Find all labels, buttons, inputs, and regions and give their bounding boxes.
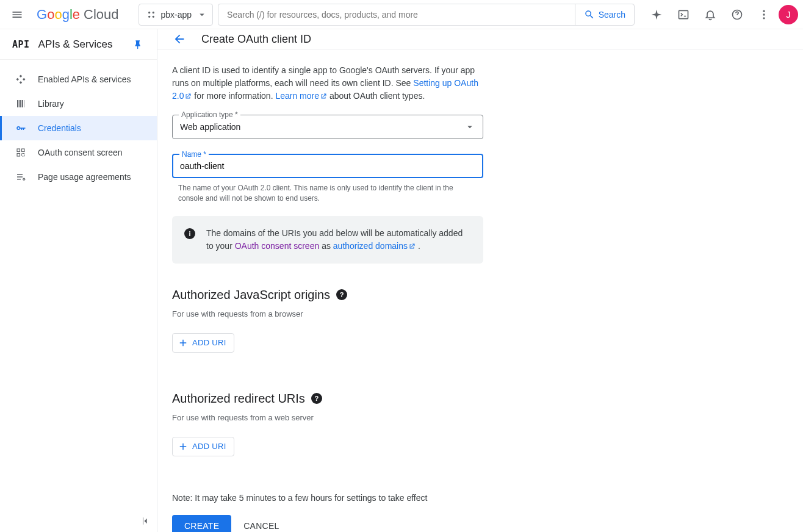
chevron-down-icon bbox=[464, 121, 475, 132]
add-redirect-uri-button[interactable]: ADD URI bbox=[172, 437, 234, 456]
help-tooltip-button[interactable]: ? bbox=[311, 393, 322, 404]
plus-icon bbox=[178, 441, 189, 452]
field-value: Web application bbox=[180, 122, 464, 132]
cancel-button[interactable]: CANCEL bbox=[243, 521, 279, 531]
section-js-origins-head: Authorized JavaScript origins ? bbox=[172, 288, 655, 302]
search-icon bbox=[584, 9, 595, 20]
pin-button[interactable] bbox=[129, 35, 148, 54]
topbar-right: J bbox=[644, 2, 798, 27]
link-oauth-consent-screen[interactable]: OAuth consent screen bbox=[235, 241, 320, 251]
consent-icon bbox=[15, 147, 26, 158]
main: Create OAuth client ID A client ID is us… bbox=[157, 29, 803, 532]
name-input[interactable] bbox=[180, 161, 475, 171]
svg-point-14 bbox=[23, 178, 25, 180]
project-icon bbox=[146, 10, 156, 20]
avatar[interactable]: J bbox=[779, 5, 798, 24]
svg-point-3 bbox=[152, 15, 154, 17]
sidebar-item-label: Page usage agreements bbox=[38, 172, 131, 182]
search-box: Search bbox=[218, 4, 635, 26]
help-button[interactable] bbox=[725, 2, 749, 27]
external-link-icon bbox=[408, 243, 416, 250]
create-button[interactable]: CREATE bbox=[172, 515, 231, 532]
add-js-origin-button[interactable]: ADD URI bbox=[172, 333, 234, 353]
info-icon: i bbox=[184, 228, 195, 239]
key-icon bbox=[15, 123, 26, 134]
section-title: Authorized redirect URIs bbox=[172, 392, 305, 406]
svg-point-6 bbox=[763, 10, 765, 12]
application-type-select[interactable]: Application type * Web application bbox=[172, 115, 483, 139]
info-box: i The domains of the URIs you add below … bbox=[172, 216, 483, 264]
api-chip: API bbox=[12, 39, 30, 50]
sidebar-item-page-usage[interactable]: Page usage agreements bbox=[0, 165, 157, 189]
external-link-icon bbox=[184, 93, 192, 100]
section-title: Authorized JavaScript origins bbox=[172, 288, 330, 302]
chevron-down-icon bbox=[196, 9, 207, 20]
link-authorized-domains[interactable]: authorized domains bbox=[333, 241, 416, 251]
arrow-back-icon bbox=[173, 32, 186, 46]
help-icon bbox=[731, 9, 743, 21]
notifications-button[interactable] bbox=[698, 2, 722, 27]
sidebar-title: APIs & Services bbox=[38, 38, 120, 51]
collapse-sidebar-button[interactable] bbox=[140, 515, 152, 527]
bell-icon bbox=[704, 9, 716, 21]
sidebar-header: API APIs & Services bbox=[0, 29, 157, 60]
help-tooltip-button[interactable]: ? bbox=[336, 289, 347, 300]
search-input[interactable] bbox=[218, 4, 575, 25]
svg-point-0 bbox=[148, 12, 150, 13]
sidebar-item-label: Credentials bbox=[38, 123, 81, 133]
intro-text: A client ID is used to identify a single… bbox=[172, 64, 489, 102]
project-name: pbx-app bbox=[161, 10, 192, 20]
sidebar-item-label: Enabled APIs & services bbox=[38, 74, 131, 84]
svg-rect-10 bbox=[17, 149, 20, 152]
link-learn-more[interactable]: Learn more bbox=[275, 91, 327, 101]
section-subtitle: For use with requests from a web server bbox=[172, 413, 655, 422]
sidebar-item-oauth-consent[interactable]: OAuth consent screen bbox=[0, 140, 157, 165]
section-subtitle: For use with requests from a browser bbox=[172, 309, 655, 318]
search-button[interactable]: Search bbox=[575, 4, 634, 25]
svg-rect-12 bbox=[17, 154, 20, 157]
cloud-shell-button[interactable] bbox=[671, 2, 696, 27]
svg-point-1 bbox=[152, 12, 154, 13]
more-button[interactable] bbox=[752, 2, 776, 27]
field-label: Application type * bbox=[179, 110, 240, 119]
hamburger-menu-button[interactable] bbox=[5, 2, 29, 27]
terminal-icon bbox=[677, 9, 690, 21]
google-cloud-logo[interactable]: Google Cloud bbox=[37, 7, 119, 23]
section-redirect-head: Authorized redirect URIs ? bbox=[172, 392, 655, 406]
chevron-left-icon bbox=[140, 515, 152, 527]
main-header: Create OAuth client ID bbox=[157, 29, 803, 49]
svg-point-2 bbox=[148, 15, 150, 17]
gemini-button[interactable] bbox=[644, 2, 669, 27]
svg-rect-11 bbox=[22, 149, 25, 152]
project-picker[interactable]: pbx-app bbox=[139, 4, 214, 26]
sidebar-item-credentials[interactable]: Credentials bbox=[0, 116, 157, 140]
svg-point-7 bbox=[763, 13, 765, 15]
topbar: Google Cloud pbx-app Search J bbox=[0, 0, 803, 29]
sidebar-item-label: OAuth consent screen bbox=[38, 148, 123, 157]
svg-rect-4 bbox=[679, 10, 688, 18]
sparkle-icon bbox=[650, 9, 663, 21]
form-actions: CREATE CANCEL bbox=[172, 515, 655, 532]
name-field-wrapper: Name * bbox=[172, 154, 483, 178]
pin-icon bbox=[134, 40, 143, 49]
hamburger-icon bbox=[11, 9, 23, 21]
library-icon bbox=[15, 98, 26, 109]
field-label: Name * bbox=[179, 150, 209, 159]
page-title: Create OAuth client ID bbox=[201, 33, 311, 46]
propagation-note: Note: It may take 5 minutes to a few hou… bbox=[172, 493, 655, 503]
svg-point-8 bbox=[763, 17, 765, 19]
more-vert-icon bbox=[758, 9, 770, 21]
name-helper-text: The name of your OAuth 2.0 client. This … bbox=[178, 183, 471, 204]
svg-rect-13 bbox=[22, 154, 25, 157]
sidebar-item-library[interactable]: Library bbox=[0, 92, 157, 116]
back-button[interactable] bbox=[170, 29, 189, 49]
plus-icon bbox=[178, 337, 189, 348]
sidebar-item-enabled-apis[interactable]: Enabled APIs & services bbox=[0, 67, 157, 92]
enabled-apis-icon bbox=[15, 74, 26, 85]
sidebar: API APIs & Services Enabled APIs & servi… bbox=[0, 29, 157, 532]
agreements-icon bbox=[15, 171, 26, 182]
external-link-icon bbox=[320, 93, 327, 100]
sidebar-item-label: Library bbox=[38, 99, 64, 109]
